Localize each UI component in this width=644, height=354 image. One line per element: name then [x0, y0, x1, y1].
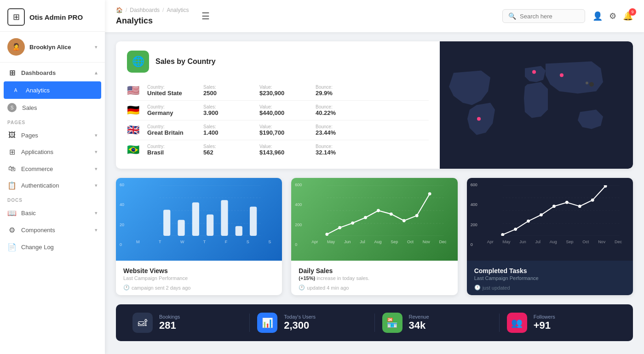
sidebar-item-label: Authentication	[21, 182, 59, 189]
svg-rect-16	[236, 226, 242, 236]
sidebar-item-basic[interactable]: 📖 Basic ▾	[0, 205, 105, 222]
svg-point-1	[560, 74, 564, 77]
sidebar-item-applications[interactable]: ⊞ Applications ▾	[0, 143, 105, 160]
breadcrumb-dashboards: Dashboards	[130, 7, 160, 13]
svg-point-4	[589, 82, 594, 87]
chevron-down-icon: ▾	[95, 183, 98, 188]
world-map-svg	[440, 41, 633, 169]
x-labels: AprMayJunJulAugSepOctNovDec	[474, 238, 626, 244]
svg-point-5	[586, 82, 588, 85]
flag-us: 🇺🇸	[127, 85, 142, 97]
sales-value: 2500	[203, 90, 245, 97]
components-icon: ⚙	[7, 226, 17, 234]
header: 🏠 / Dashboards / Analytics Analytics ☰ 🔍…	[105, 0, 644, 32]
stat-info: Today's Users 2,300	[284, 314, 316, 331]
svg-point-27	[377, 209, 380, 212]
svg-point-26	[364, 216, 367, 219]
sidebar-item-analytics[interactable]: A Analytics	[4, 81, 101, 99]
svg-rect-17	[250, 207, 257, 236]
value-col: Value: $440,000	[259, 104, 301, 116]
ecommerce-icon: 🛍	[7, 165, 17, 173]
search-input[interactable]	[520, 13, 575, 20]
y-labels: 600 400 200 0	[471, 183, 477, 247]
country-col: Country: United State	[147, 85, 189, 97]
chevron-down-icon: ▾	[95, 227, 98, 233]
svg-point-37	[501, 233, 504, 236]
value-col: Value: $143,960	[259, 144, 301, 156]
stat-revenue: 🏪 Revenue 34k	[375, 313, 499, 333]
value-col: Value: $190,700	[259, 124, 301, 136]
menu-toggle[interactable]: ☰	[201, 11, 210, 22]
page-title: Analytics	[116, 16, 153, 26]
bookings-icon: 🛋	[132, 313, 153, 333]
country-info: Country: United State Sales: 2500 Value:…	[147, 85, 429, 97]
stat-info: Bookings 281	[159, 314, 180, 331]
chevron-down-icon: ▾	[95, 149, 98, 155]
chart-time: 🕐 just updated	[474, 285, 626, 291]
table-row: 🇺🇸 Country: United State Sales: 2500	[127, 81, 429, 101]
table-row: 🇬🇧 Country: Great Britain Sales: 1.400	[127, 120, 429, 140]
users-icon: 📊	[257, 313, 277, 333]
value-col: Value: $230,900	[259, 85, 301, 97]
card-title: Sales by Country	[155, 57, 216, 66]
stat-label: Bookings	[159, 314, 180, 320]
sales-table-area: 🌐 Sales by Country 🇺🇸 Country: United St…	[116, 41, 440, 169]
sidebar-item-label: Change Log	[21, 244, 54, 251]
sidebar-item-label: Applications	[21, 148, 53, 155]
chart-title: Website Views	[123, 267, 275, 274]
bounce-col: Bounce: 40.22%	[316, 104, 357, 116]
followers-icon: 👥	[507, 313, 527, 333]
y-labels: 600 400 200 0	[295, 183, 302, 247]
svg-point-39	[527, 219, 530, 223]
stat-info: Revenue 34k	[409, 314, 429, 331]
sidebar-item-pages[interactable]: 🖼 Pages ▾	[0, 127, 105, 143]
sidebar-item-label: Ecommerce	[21, 166, 53, 172]
sidebar-item-dashboards[interactable]: ⊞ Dashboards ▴	[0, 64, 105, 81]
clock-icon: 🕐	[474, 285, 481, 291]
dashboard-icon: ⊞	[7, 69, 17, 77]
docs-section-label: DOCS	[0, 194, 105, 205]
analytics-badge: A	[11, 86, 20, 95]
bounce-label: Bounce:	[316, 85, 357, 90]
sidebar-item-label: Analytics	[26, 87, 50, 94]
user-icon[interactable]: 👤	[592, 11, 603, 21]
sales-col: Sales: 2500	[203, 85, 245, 97]
sidebar-user[interactable]: 🙎 Brooklyn Alice ▾	[0, 32, 105, 63]
basic-icon: 📖	[7, 209, 17, 217]
search-box[interactable]: 🔍	[502, 9, 585, 23]
country-info: Country: Germany Sales: 3.900 Value: $44…	[147, 104, 429, 116]
sidebar-item-changelog[interactable]: 📄 Change Log	[0, 239, 105, 256]
stat-value: 34k	[409, 320, 429, 331]
sales-col: Sales: 3.900	[203, 104, 245, 116]
stat-today-users: 📊 Today's Users 2,300	[250, 313, 374, 333]
content-area: 🌐 Sales by Country 🇺🇸 Country: United St…	[105, 32, 644, 354]
completed-tasks-chart: 600 400 200 0	[467, 178, 633, 261]
sidebar-item-label: Sales	[22, 104, 37, 111]
line-chart-svg	[310, 185, 457, 236]
chevron-down-icon: ▴	[95, 70, 98, 76]
sidebar-item-label: Components	[21, 227, 55, 234]
sidebar-item-sales[interactable]: S Sales	[0, 99, 105, 116]
svg-point-31	[428, 192, 431, 195]
chart-subtitle: Last Campaign Performance	[474, 275, 626, 281]
country-col: Country: Germany	[147, 104, 189, 116]
home-icon: 🏠	[116, 7, 123, 13]
sales-col: Sales: 562	[203, 144, 245, 156]
clock-icon: 🕐	[123, 285, 130, 291]
country-col: Country: Great Britain	[147, 124, 189, 136]
chart-subtitle: (+15%) increase in today sales.	[299, 275, 450, 281]
svg-point-41	[552, 205, 556, 208]
app-name: Otis Admin PRO	[29, 13, 83, 21]
search-icon: 🔍	[508, 12, 516, 20]
notification-icon[interactable]: 🔔 9	[623, 11, 633, 21]
chart-footer: Daily Sales (+15%) increase in today sal…	[291, 261, 457, 295]
sidebar-item-authentication[interactable]: 📋 Authentication ▾	[0, 177, 105, 194]
svg-point-44	[591, 199, 594, 202]
chart-title: Completed Tasks	[474, 267, 626, 274]
sidebar-item-ecommerce[interactable]: 🛍 Ecommerce ▾	[0, 160, 105, 177]
chart-footer: Website Views Last Campaign Performance …	[116, 261, 282, 295]
sidebar-item-components[interactable]: ⚙ Components ▾	[0, 222, 105, 239]
settings-icon[interactable]: ⚙	[609, 11, 616, 21]
notification-badge: 9	[629, 8, 636, 16]
stat-label: Today's Users	[284, 314, 316, 320]
